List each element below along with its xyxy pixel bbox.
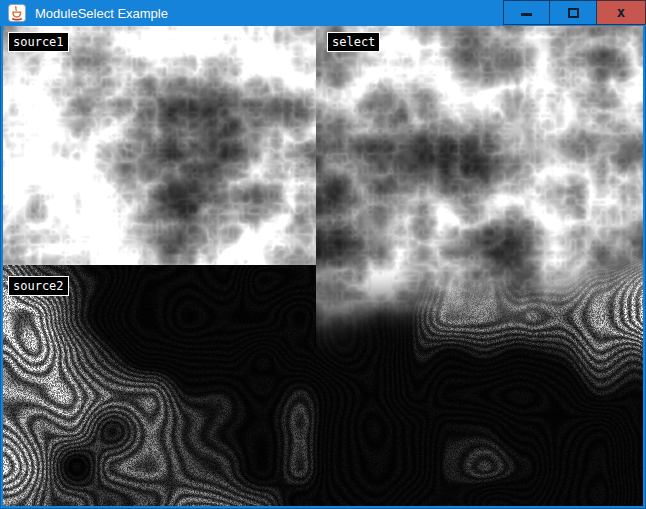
window-controls: x [503,0,646,25]
app-window: ModuleSelect Example x source1 select so… [0,0,646,509]
close-icon: x [617,5,625,19]
select-label: select [327,32,380,52]
titlebar[interactable]: ModuleSelect Example x [0,0,646,26]
close-button[interactable]: x [597,0,646,25]
maximize-icon [568,8,579,18]
minimize-button[interactable] [503,0,550,25]
window-content: source1 select source2 [3,26,643,506]
source1-label: source1 [8,32,69,52]
source1-image [3,26,316,265]
window-title: ModuleSelect Example [35,6,168,21]
source2-label: source2 [8,276,69,296]
maximize-button[interactable] [550,0,597,25]
java-coffee-icon[interactable] [8,4,26,22]
source2-image [3,265,316,506]
minimize-icon [521,13,532,16]
